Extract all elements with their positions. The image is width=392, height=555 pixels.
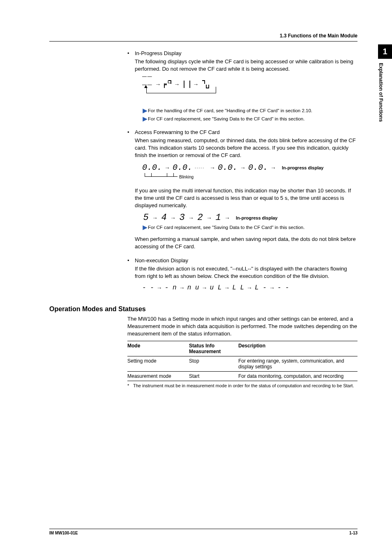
digit-5: 5 (142, 213, 150, 222)
reference-text: For CF card replacement, see "Saving Dat… (148, 116, 304, 122)
page-footer: IM MW100-01E 1-13 (49, 529, 357, 535)
scroll-frame: - - (277, 284, 289, 291)
footnote-text: The instrument must be in measurement mo… (133, 383, 354, 389)
arrow-icon: → (188, 215, 194, 221)
paragraph: When saving measured, computed, or thinn… (135, 137, 357, 159)
cycle-diagram: ‾‾‾‾ → → → (142, 76, 357, 99)
paragraph: If you are using the multi interval func… (135, 187, 357, 209)
svg-marker-2 (143, 225, 148, 230)
footnote: * The instrument must be in measurement … (127, 383, 357, 389)
bullet: • (127, 257, 135, 296)
paragraph: The following displays cycle while the C… (135, 58, 357, 73)
item-title-access: Access Forewarning to the CF Card (135, 129, 357, 136)
footer-left: IM MW100-01E (49, 531, 78, 535)
arrow-icon: → (164, 164, 170, 171)
arrow-icon: → (240, 164, 246, 171)
label-blinking: Blinking (179, 175, 194, 179)
digit-3: 3 (178, 213, 186, 222)
section-heading-modes: Operation Modes and Statuses (49, 305, 357, 313)
table-row: Measurement mode Start For data monitori… (127, 372, 357, 381)
chapter-number: 1 (378, 44, 392, 59)
label-inprogress: In-progress display (282, 165, 323, 170)
cell-status: Stop (189, 356, 238, 372)
th-status-line2: Measurement (189, 349, 221, 354)
side-tab: 1 Explanation of Functions (378, 44, 392, 126)
scroll-frame: - n (165, 284, 177, 291)
arrow-icon: → (170, 215, 176, 221)
arrow-icon: → (247, 284, 252, 291)
table-row: Setting mode Stop For entering range, sy… (127, 356, 357, 372)
item-title-nonexec: Non-execution Display (135, 257, 357, 264)
scroll-frame: L L (232, 284, 244, 291)
reference-text: For the handling of the CF card, see "Ha… (148, 107, 312, 114)
arrow-icon: → (179, 284, 185, 291)
seg-display: 0.0. (142, 163, 162, 172)
reference-arrow-icon (142, 108, 148, 114)
scroll-frame: L - (255, 284, 267, 291)
paragraph: The MW100 has a Setting mode in which in… (127, 315, 357, 338)
arrow-icon: → (206, 215, 212, 221)
seg-display: 0.0. (248, 163, 268, 172)
arrow-icon: → (210, 164, 215, 171)
footer-right: 1-13 (349, 531, 357, 535)
scroll-diagram: - - → - n → n u → u L → L L → L - → - - (142, 284, 357, 291)
digit-4: 4 (160, 213, 168, 222)
arrow-icon: → (152, 215, 158, 221)
ellipsis: ····· (195, 166, 205, 170)
reference-text: For CF card replacement, see "Saving Dat… (148, 224, 304, 231)
page-body: 1.3 Functions of the Main Module • In-Pr… (49, 33, 357, 389)
seg-display: 0.0. (218, 163, 238, 172)
cell-mode: Setting mode (127, 356, 189, 372)
seg-display: 0.0. (173, 163, 192, 172)
paragraph: When performing a manual sample, and whe… (135, 236, 357, 250)
blink-diagram: 0.0. → 0.0. ····· → 0.0. → 0.0. → In-pro… (142, 163, 357, 181)
th-description: Description (238, 341, 357, 356)
arrow-icon: → (224, 284, 230, 291)
th-mode: Mode (127, 341, 189, 356)
reference-arrow-icon (142, 225, 148, 231)
running-header: 1.3 Functions of the Main Module (49, 33, 357, 42)
modes-table: Mode Status Info Measurement Description… (127, 341, 357, 381)
asterisk: * (127, 383, 133, 389)
th-status: Status Info Measurement (189, 341, 238, 356)
paragraph: If the file division action is not execu… (135, 265, 357, 280)
arrow-icon: → (157, 284, 162, 291)
label-inprogress: In-progress display (236, 215, 277, 220)
arrow-icon: → (270, 164, 276, 171)
digit-1: 1 (214, 213, 222, 222)
svg-marker-1 (143, 117, 148, 122)
scroll-frame: u L (210, 284, 221, 291)
scroll-frame: n u (187, 284, 199, 291)
countdown-diagram: 5 → 4 → 3 → 2 → 1 → In-progress display (142, 213, 357, 222)
cell-desc: For data monitoring, computation, and re… (238, 372, 357, 381)
digit-2: 2 (196, 213, 204, 222)
reference-arrow-icon (142, 116, 148, 122)
arrow-icon: → (201, 284, 207, 291)
cell-mode: Measurement mode (127, 372, 189, 381)
bullet: • (127, 129, 135, 250)
cell-status: Start (189, 372, 238, 381)
arrow-icon: → (269, 284, 275, 291)
chapter-label: Explanation of Functions (378, 59, 387, 126)
bullet: • (127, 50, 135, 122)
cell-desc: For entering range, system, communicatio… (238, 356, 357, 372)
item-title-inprogress: In-Progress Display (135, 50, 357, 57)
scroll-frame: - - (142, 284, 154, 291)
arrow-icon: → (224, 215, 230, 221)
svg-marker-0 (143, 109, 148, 113)
th-status-line1: Status Info (189, 343, 214, 349)
